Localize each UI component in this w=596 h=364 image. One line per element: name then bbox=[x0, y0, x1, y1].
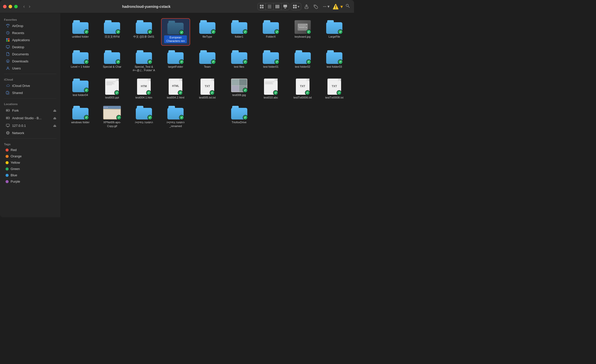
back-button[interactable]: ‹ bbox=[22, 3, 26, 10]
chinese-dir01-label: 中文-[]目录 Dir01 bbox=[133, 35, 154, 38]
file-item-level1-folder[interactable]: ✓ Level + 1 folder bbox=[66, 48, 95, 70]
sidebar-item-tag-yellow[interactable]: Yellow bbox=[2, 159, 59, 166]
sidebar-item-tag-green[interactable]: Green bbox=[2, 166, 59, 172]
sidebar-item-tag-blue[interactable]: Blue bbox=[2, 172, 59, 178]
titlebar: ‹ › hadroncloud-yuening-cstack ▾ bbox=[0, 0, 354, 13]
file-item-team[interactable]: ✓ Team bbox=[193, 48, 222, 70]
test004-htm-label: test004.1.htm bbox=[136, 96, 152, 99]
sidebar-item-icloud-drive[interactable]: iCloud Drive bbox=[2, 82, 59, 89]
file-item-special-char[interactable]: ✓ Special & Char bbox=[98, 48, 127, 70]
sidebar-item-documents[interactable]: Documents bbox=[2, 51, 59, 58]
team-icon-wrapper: ✓ bbox=[199, 50, 215, 64]
test-files-icon-wrapper: ✓ bbox=[231, 50, 247, 64]
file-item-triofox-drive[interactable]: ✓ TriofoxDrive bbox=[225, 104, 254, 126]
view-list-button[interactable] bbox=[266, 3, 274, 10]
windows-folder-label: windows folder bbox=[71, 120, 90, 124]
airdrop-label: AirDrop bbox=[12, 24, 23, 28]
sidebar-item-applications[interactable]: Applications bbox=[2, 36, 59, 43]
file-item-folderx[interactable]: ✓ FolderX bbox=[256, 18, 285, 40]
sidebar-item-tag-orange[interactable]: Orange bbox=[2, 153, 59, 159]
sidebar-item-android-studio[interactable]: Android Studio - B... ⏏ bbox=[2, 114, 59, 122]
file-item-test005-txt[interactable]: TXT ✓ test005.txt.txt bbox=[193, 77, 222, 101]
svg-rect-57 bbox=[303, 26, 304, 27]
fork-eject-button[interactable]: ⏏ bbox=[52, 108, 57, 113]
svg-rect-12 bbox=[293, 5, 295, 6]
localhost-eject-button[interactable]: ⏏ bbox=[52, 123, 57, 128]
file-item-test-folder02[interactable]: ✓ test folder02 bbox=[288, 48, 317, 70]
file-item-european-chars[interactable]: ✓ European Characters ren bbox=[161, 18, 190, 46]
view-gallery-button[interactable] bbox=[281, 3, 289, 10]
file-item-test010-abc[interactable]: ✓ test010.abc bbox=[256, 77, 285, 101]
file-item-testtxt0006[interactable]: TXT ✓ testTxt0006.txt bbox=[288, 77, 317, 101]
largefile-label: LargeFile bbox=[328, 35, 340, 38]
file-item-target-folder[interactable]: ✓ targetFolder bbox=[161, 48, 190, 70]
maximize-button[interactable] bbox=[14, 5, 18, 8]
share-button[interactable] bbox=[303, 3, 310, 10]
file-item-test004-html[interactable]: HTML ✓ test004.2.html bbox=[161, 77, 190, 101]
file-item-windows-folder[interactable]: ✓ windows folder bbox=[66, 104, 95, 126]
sidebar-item-users[interactable]: Users bbox=[2, 65, 59, 72]
file-item-test006-jpg[interactable]: ✓ test006.jpg bbox=[225, 77, 254, 99]
forward-button[interactable]: › bbox=[27, 3, 32, 10]
sidebar-item-recents[interactable]: Recents bbox=[2, 29, 59, 36]
sidebar-item-desktop[interactable]: Desktop bbox=[2, 43, 59, 51]
european-chars-icon-wrapper: ✓ bbox=[167, 21, 184, 34]
file-item-test-folder03[interactable]: ✓ test folder03 bbox=[320, 48, 349, 70]
svg-point-39 bbox=[9, 118, 9, 118]
file-item-untitled-folder[interactable]: ✓ untitled folder bbox=[66, 18, 95, 40]
sidebar-item-shared[interactable]: Shared bbox=[2, 89, 59, 96]
recents-label: Recents bbox=[12, 31, 24, 35]
european-chars-label: European Characters ren bbox=[164, 35, 187, 43]
sidebar-item-tag-red[interactable]: Red bbox=[2, 147, 59, 153]
file-item-hebrew1[interactable]: ✓ התמונה בתיקייה bbox=[129, 104, 159, 126]
sidebar-item-airdrop[interactable]: AirDrop bbox=[2, 22, 59, 29]
svg-rect-24 bbox=[6, 38, 8, 40]
file-item-keyboard-jpg[interactable]: ✓ keyboard.jpg bbox=[288, 18, 317, 40]
localhost-icon bbox=[6, 123, 10, 128]
svg-rect-4 bbox=[268, 5, 271, 5]
file-item-largefile[interactable]: ✓ LargeFile bbox=[320, 18, 349, 40]
sidebar-item-localhost[interactable]: 127.0.0.1 ⏏ bbox=[2, 122, 59, 129]
test-files-label: test files bbox=[234, 65, 244, 68]
action-button[interactable]: ▾ bbox=[321, 3, 331, 10]
divider-1 bbox=[4, 74, 56, 74]
file-item-chinese-fld[interactable]: ✓ 日文文件Fld bbox=[98, 18, 127, 40]
sidebar-item-fork[interactable]: Fork ⏏ bbox=[2, 107, 59, 114]
untitled-folder-check: ✓ bbox=[84, 29, 89, 34]
filetype-check: ✓ bbox=[211, 29, 216, 34]
file-item-testtxt0008[interactable]: TXT ✓ testTxt0008.txt bbox=[320, 77, 349, 101]
file-item-test-files[interactable]: ✓ test files bbox=[225, 48, 254, 70]
svg-rect-37 bbox=[7, 110, 8, 111]
close-button[interactable] bbox=[3, 5, 7, 8]
file-item-chinese-dir01[interactable]: ✓ 中文-[]目录 Dir01 bbox=[129, 18, 159, 40]
svg-rect-0 bbox=[260, 5, 261, 6]
file-item-filetype[interactable]: ✓ fileType bbox=[193, 18, 222, 40]
file-item-test004-htm[interactable]: HTM ✓ test004.1.htm bbox=[129, 77, 159, 101]
file-item-xpnet06[interactable]: ✓ XPNet06-apo-Copy.gif bbox=[98, 104, 127, 130]
svg-rect-58 bbox=[304, 26, 305, 27]
file-item-special-test[interactable]: ✓ Special_Test & #+-@,(...'Folder' A bbox=[129, 48, 159, 74]
minimize-button[interactable] bbox=[9, 5, 12, 8]
sidebar-item-tag-purple[interactable]: Purple bbox=[2, 178, 59, 185]
view-grid-button[interactable] bbox=[258, 3, 266, 10]
test-folder04-check: ✓ bbox=[84, 88, 89, 93]
sidebar-item-downloads[interactable]: Downloads bbox=[2, 58, 59, 65]
view-more-group: ▾ bbox=[291, 3, 301, 10]
test-folder02-check: ✓ bbox=[306, 59, 311, 64]
search-button[interactable] bbox=[344, 3, 351, 10]
testtxt0006-label: testTxt0006.txt bbox=[294, 96, 312, 99]
level1-folder-check: ✓ bbox=[84, 59, 89, 64]
file-item-test-folder04[interactable]: ✓ test folder04 bbox=[66, 77, 95, 99]
sidebar-item-network[interactable]: Network bbox=[2, 129, 59, 136]
file-item-folder1[interactable]: ✓ folder1 bbox=[225, 18, 254, 40]
view-more-button[interactable]: ▾ bbox=[291, 3, 301, 10]
file-item-test-folder01[interactable]: ✓ test folder01 bbox=[256, 48, 285, 70]
warning-button[interactable]: ⚠️ ▾ bbox=[333, 4, 343, 10]
tag-button[interactable] bbox=[312, 3, 319, 10]
android-studio-eject-button[interactable]: ⏏ bbox=[52, 115, 57, 120]
svg-rect-5 bbox=[268, 6, 271, 7]
svg-rect-26 bbox=[6, 40, 8, 42]
file-item-test003-ppt[interactable]: ✓ test003.ppt bbox=[98, 77, 127, 101]
view-columns-button[interactable] bbox=[274, 3, 281, 10]
file-item-hebrew2[interactable]: ✓ התמונה בתיקייה renamed_ bbox=[161, 104, 190, 130]
